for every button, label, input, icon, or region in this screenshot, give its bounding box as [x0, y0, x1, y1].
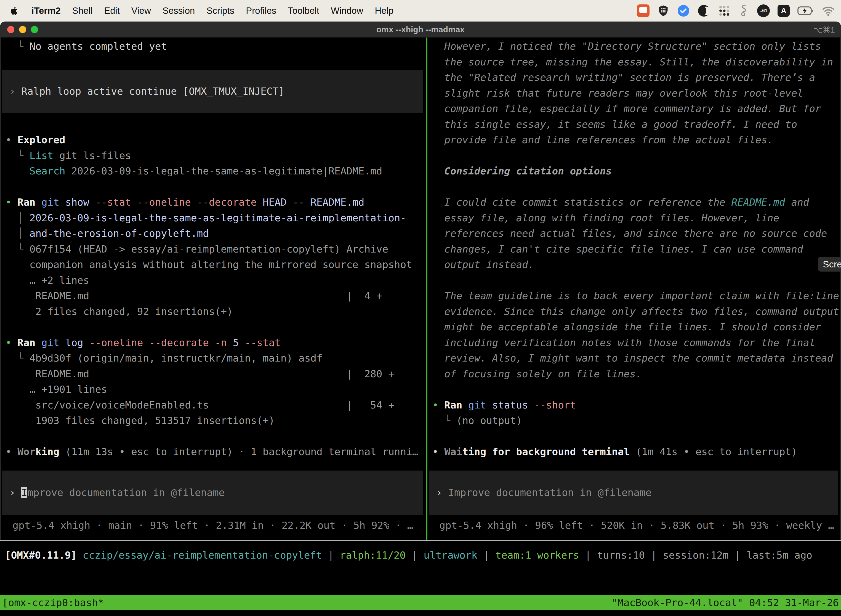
screen-share-tooltip: Scre	[818, 257, 841, 271]
terminal-line: Search 2026-03-09-is-legal-the-same-as-l…	[6, 163, 426, 179]
window-shortcut-badge: ⌥⌘1	[813, 25, 835, 35]
terminal-line: └ (no output)	[432, 413, 841, 428]
terminal-line	[432, 148, 841, 164]
terminal-line: … +1901 lines	[6, 382, 426, 397]
squiggle-tool-icon[interactable]	[738, 4, 749, 18]
terminal-line: 1903 files changed, 513517 insertions(+)	[6, 413, 426, 428]
tmux-status-bar: [omx-cczip0:bash* "MacBook-Pro-44.local"…	[0, 595, 841, 610]
menu-item-session[interactable]: Session	[163, 6, 195, 16]
window-title: omx --xhigh --madmax	[377, 25, 464, 34]
terminal-line: │ and-the-erosion-of-copyleft.md	[6, 226, 426, 242]
left-session-statusline: gpt-5.4 xhigh · main · 91% left · 2.31M …	[0, 518, 426, 534]
terminal-line	[6, 54, 426, 70]
tmux-session-label: [omx-cczip0:bash*	[2, 597, 104, 608]
omx-status-area: [OMX#0.11.9] cczip/essay/ai-reimplementa…	[0, 541, 841, 595]
menu-item-shell[interactable]: Shell	[72, 6, 92, 16]
terminal-line: • Ran git status --short	[432, 397, 841, 413]
terminal-line: README.md | 280 +	[6, 366, 426, 382]
menu-item-toolbelt[interactable]: Toolbelt	[288, 6, 319, 16]
terminal-line: companion file, especially if more comme…	[432, 101, 841, 117]
menu-item-scripts[interactable]: Scripts	[207, 6, 234, 16]
menu-item-view[interactable]: View	[131, 6, 151, 16]
menu-item-window[interactable]: Window	[331, 6, 363, 16]
menu-item-profiles[interactable]: Profiles	[246, 6, 276, 16]
right-prompt-input[interactable]: › Improve documentation in @filename	[429, 471, 838, 515]
omx-status-line: [OMX#0.11.9] cczip/essay/ai-reimplementa…	[0, 541, 841, 557]
tmux-host-clock: "MacBook-Pro-44.local" 04:52 31-Mar-26	[611, 597, 839, 608]
menu-item-help[interactable]: Help	[375, 6, 393, 16]
close-window-button[interactable]	[7, 26, 14, 33]
terminal-line: └ 4b9d30f (origin/main, instructkr/main,…	[6, 351, 426, 366]
terminal-line	[6, 428, 426, 444]
terminal-line	[6, 117, 426, 132]
terminal-line: … +2 lines	[6, 273, 426, 288]
a-app-icon[interactable]: A	[778, 5, 790, 17]
menu-bar: iTerm2 Shell Edit View Session Scripts P…	[0, 0, 841, 22]
iterm2-window: omx --xhigh --madmax ⌥⌘1 └ No agents com…	[0, 22, 841, 616]
ralph-loop-banner: › Ralph loop active continue [OMX_TMUX_I…	[2, 70, 423, 113]
terminal-line: the "Related research writing" section i…	[432, 70, 841, 85]
minimize-window-button[interactable]	[19, 26, 26, 33]
terminal-line: README.md | 4 +	[6, 288, 426, 304]
terminal-line: • Explored	[6, 132, 426, 148]
terminal-line: review. Also, I might want to inspect th…	[432, 351, 841, 366]
wifi-icon[interactable]	[822, 5, 835, 17]
dots-grid-icon[interactable]	[718, 4, 731, 17]
terminal-line	[6, 179, 426, 195]
terminal-pane-right[interactable]: However, I noticed the "Directory Struct…	[428, 38, 841, 540]
zoom-window-button[interactable]	[31, 26, 38, 33]
terminal-line	[432, 179, 841, 195]
terminal-line: might be acceptable alongside the file l…	[432, 319, 841, 335]
terminal-line: However, I noticed the "Directory Struct…	[432, 39, 841, 54]
battery-icon[interactable]	[797, 4, 814, 17]
apple-menu-icon[interactable]	[9, 5, 19, 16]
right-pane-output: However, I noticed the "Directory Struct…	[428, 39, 841, 460]
terminal-line: including verification notes with those …	[432, 335, 841, 351]
terminal-line: • Ran git show --stat --oneline --decora…	[6, 195, 426, 210]
meet-timer-icon[interactable]: ..61	[757, 4, 770, 17]
window-title-bar[interactable]: omx --xhigh --madmax ⌥⌘1	[0, 22, 841, 38]
terminal-line: 2 files changed, 92 insertions(+)	[6, 304, 426, 320]
terminal-line: companion analysis without altering the …	[6, 257, 426, 273]
crescent-app-icon[interactable]	[697, 4, 710, 17]
terminal-line: • Working (11m 13s • esc to interrupt) ·…	[6, 444, 426, 460]
terminal-line	[432, 382, 841, 397]
terminal-line: provide file and line references from th…	[432, 132, 841, 148]
terminal-line: └ No agents completed yet	[6, 39, 426, 54]
terminal-content: └ No agents completed yet• Explored └ Li…	[0, 38, 841, 540]
terminal-line: └ List git ls-files	[6, 148, 426, 164]
terminal-line	[432, 273, 841, 288]
terminal-line: this single essay, it seems like a good …	[432, 117, 841, 132]
terminal-line: Considering citation options	[432, 163, 841, 179]
window-bottom-margin	[0, 610, 841, 616]
shield-keypad-icon[interactable]	[657, 4, 670, 18]
terminal-line	[6, 319, 426, 335]
terminal-line: the source tree, missing the essay. Stil…	[432, 54, 841, 70]
menu-item-iterm2[interactable]: iTerm2	[31, 6, 61, 16]
terminal-line: │ 2026-03-09-is-legal-the-same-as-legiti…	[6, 210, 426, 226]
verified-badge-icon[interactable]	[677, 4, 690, 17]
terminal-line: evidence. Since this change only affects…	[432, 304, 841, 320]
terminal-line: src/voice/voiceModeEnabled.ts | 54 +	[6, 397, 426, 413]
terminal-line: • Waiting for background terminal (1m 41…	[432, 444, 841, 460]
terminal-line: references need actual files, and since …	[432, 226, 841, 242]
terminal-line: essay file, along with finding root file…	[432, 210, 841, 226]
terminal-line: The team guideline is to back every impo…	[432, 288, 841, 304]
terminal-line: └ 067f154 (HEAD -> essay/ai-reimplementa…	[6, 242, 426, 257]
chat-app-icon[interactable]	[637, 4, 649, 17]
terminal-line	[432, 428, 841, 444]
left-prompt-input[interactable]: › Improve documentation in @filename	[2, 471, 423, 515]
terminal-line: I could cite commit statistics or refere…	[432, 195, 841, 210]
terminal-line: of focusing solely on file lines.	[432, 366, 841, 382]
right-session-statusline: gpt-5.4 xhigh · 96% left · 520K in · 5.8…	[428, 518, 841, 534]
terminal-pane-left[interactable]: └ No agents completed yet• Explored └ Li…	[0, 38, 426, 540]
terminal-line: changes, I can't cite specific file line…	[432, 242, 841, 257]
menu-item-edit[interactable]: Edit	[104, 6, 120, 16]
terminal-line: • Ran git log --oneline --decorate -n 5 …	[6, 335, 426, 351]
terminal-line: output instead.	[432, 257, 841, 273]
terminal-line: slight risk that future readers may over…	[432, 85, 841, 101]
